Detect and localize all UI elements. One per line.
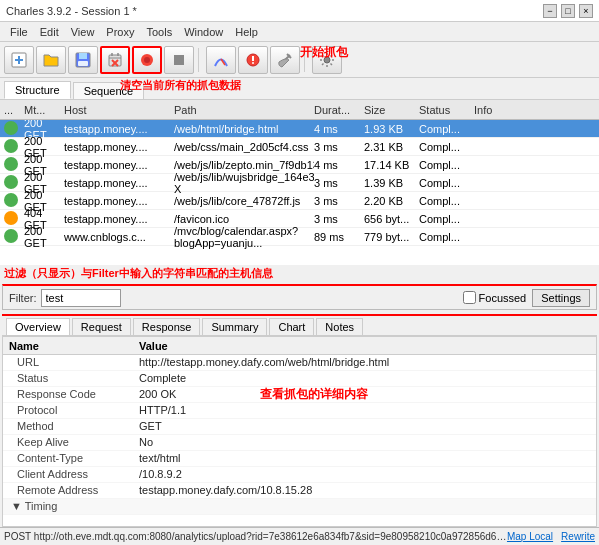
details-row-status: Status Complete bbox=[3, 371, 596, 387]
row-duration: 89 ms bbox=[314, 231, 364, 243]
new-session-button[interactable] bbox=[4, 46, 34, 74]
detail-key-method: Method bbox=[9, 420, 139, 432]
status-dot-200 bbox=[4, 175, 18, 189]
status-dot-200 bbox=[4, 157, 18, 171]
tab-request[interactable]: Request bbox=[72, 318, 131, 335]
row-host: www.cnblogs.c... bbox=[64, 231, 174, 243]
detail-val-response-code: 200 OK bbox=[139, 388, 590, 400]
open-button[interactable] bbox=[36, 46, 66, 74]
tab-notes[interactable]: Notes bbox=[316, 318, 363, 335]
clear-button[interactable] bbox=[100, 46, 130, 74]
save-button[interactable] bbox=[68, 46, 98, 74]
detail-key-protocol: Protocol bbox=[9, 404, 139, 416]
request-table: 200 GET testapp.money.... /web/html/brid… bbox=[0, 120, 599, 265]
row-duration: 3 ms bbox=[314, 213, 364, 225]
title-bar: Charles 3.9.2 - Session 1 * − □ × bbox=[0, 0, 599, 22]
row-status: Compl... bbox=[419, 231, 474, 243]
focussed-checkbox[interactable] bbox=[463, 291, 476, 304]
window-title: Charles 3.9.2 - Session 1 * bbox=[6, 5, 137, 17]
row-duration: 3 ms bbox=[314, 141, 364, 153]
details-row-client-address: Client Address /10.8.9.2 bbox=[3, 467, 596, 483]
status-dot-200 bbox=[4, 193, 18, 207]
row-duration: 3 ms bbox=[314, 195, 364, 207]
menu-help[interactable]: Help bbox=[229, 24, 264, 40]
detail-key-remote-address: Remote Address bbox=[9, 484, 139, 496]
row-path: /web/js/lib/zepto.min_7f9db13.js bbox=[174, 159, 314, 171]
svg-point-13 bbox=[144, 57, 150, 63]
table-row[interactable]: 200 GET www.cnblogs.c... /mvc/blog/calen… bbox=[0, 228, 599, 246]
menu-view[interactable]: View bbox=[65, 24, 101, 40]
menu-window[interactable]: Window bbox=[178, 24, 229, 40]
map-local-link[interactable]: Map Local bbox=[507, 531, 553, 542]
tools-button[interactable] bbox=[270, 46, 300, 74]
detail-key-status: Status bbox=[9, 372, 139, 384]
detail-val-method: GET bbox=[139, 420, 590, 432]
row-path: /web/html/bridge.html bbox=[174, 123, 314, 135]
rewrite-link[interactable]: Rewrite bbox=[561, 531, 595, 542]
menu-edit[interactable]: Edit bbox=[34, 24, 65, 40]
menu-file[interactable]: File bbox=[4, 24, 34, 40]
row-host: testapp.money.... bbox=[64, 195, 174, 207]
minimize-button[interactable]: − bbox=[543, 4, 557, 18]
tab-response[interactable]: Response bbox=[133, 318, 201, 335]
detail-val-status: Complete bbox=[139, 372, 590, 384]
col-header-dots: ... bbox=[4, 104, 24, 116]
table-row[interactable]: 200 GET testapp.money.... /web/js/lib/wu… bbox=[0, 174, 599, 192]
col-header-path: Path bbox=[174, 104, 314, 116]
maximize-button[interactable]: □ bbox=[561, 4, 575, 18]
top-tab-bar: Structure Sequence bbox=[0, 78, 599, 100]
details-col-name-header: Name bbox=[9, 340, 139, 352]
detail-key-keepalive: Keep Alive bbox=[9, 436, 139, 448]
settings-button[interactable] bbox=[312, 46, 342, 74]
status-right: Map Local Rewrite bbox=[507, 531, 595, 542]
table-row[interactable]: 200 GET testapp.money.... /web/js/lib/co… bbox=[0, 192, 599, 210]
stop-button[interactable] bbox=[164, 46, 194, 74]
tab-chart[interactable]: Chart bbox=[269, 318, 314, 335]
row-status: Compl... bbox=[419, 195, 474, 207]
table-row[interactable]: 200 GET testapp.money.... /web/html/brid… bbox=[0, 120, 599, 138]
row-path: /mvc/blog/calendar.aspx?blogApp=yuanju..… bbox=[174, 225, 314, 249]
row-path: /web/css/main_2d05cf4.css bbox=[174, 141, 314, 153]
row-size: 2.20 KB bbox=[364, 195, 419, 207]
filter-input[interactable] bbox=[41, 289, 121, 307]
tab-sequence[interactable]: Sequence bbox=[73, 82, 145, 99]
filter-bar: Filter: Focussed Settings bbox=[2, 284, 597, 310]
svg-rect-4 bbox=[79, 53, 87, 59]
annotation-filter-hint: 过滤（只显示）与Filter中输入的字符串匹配的主机信息 bbox=[0, 265, 599, 282]
toolbar: 开始抓包 清空当前所有的抓包数据 bbox=[0, 42, 599, 78]
filter-label: Filter: bbox=[9, 292, 37, 304]
col-header-host: Host bbox=[64, 104, 174, 116]
svg-point-18 bbox=[252, 62, 254, 64]
close-button[interactable]: × bbox=[579, 4, 593, 18]
svg-line-26 bbox=[331, 55, 333, 57]
throttle-button[interactable] bbox=[206, 46, 236, 74]
details-col-val-header: Value bbox=[139, 340, 590, 352]
svg-rect-14 bbox=[174, 55, 184, 65]
breakpoint-button[interactable] bbox=[238, 46, 268, 74]
svg-line-27 bbox=[322, 63, 324, 65]
svg-line-24 bbox=[322, 55, 324, 57]
status-dot-200 bbox=[4, 229, 18, 243]
row-status: Compl... bbox=[419, 159, 474, 171]
menu-tools[interactable]: Tools bbox=[140, 24, 178, 40]
row-path: /web/js/lib/wujsbridge_164e38b.js?X bbox=[174, 171, 314, 195]
table-header: ... Mt... Host Path Durat... Size Status… bbox=[0, 100, 599, 120]
tab-structure[interactable]: Structure bbox=[4, 81, 71, 99]
detail-key-url: URL bbox=[9, 356, 139, 368]
row-status: Compl... bbox=[419, 177, 474, 189]
table-row[interactable]: 200 GET testapp.money.... /web/css/main_… bbox=[0, 138, 599, 156]
tab-overview[interactable]: Overview bbox=[6, 318, 70, 335]
details-row-remote-address: Remote Address testapp.money.dafy.com/10… bbox=[3, 483, 596, 499]
svg-point-19 bbox=[324, 57, 330, 63]
record-button[interactable] bbox=[132, 46, 162, 74]
settings-btn[interactable]: Settings bbox=[532, 289, 590, 307]
row-size: 656 byt... bbox=[364, 213, 419, 225]
col-header-size: Size bbox=[364, 104, 419, 116]
menu-proxy[interactable]: Proxy bbox=[100, 24, 140, 40]
col-header-status: Status bbox=[419, 104, 474, 116]
status-dot-404 bbox=[4, 211, 18, 225]
row-duration: 4 ms bbox=[314, 123, 364, 135]
detail-val-remote-address: testapp.money.dafy.com/10.8.15.28 bbox=[139, 484, 590, 496]
tab-summary[interactable]: Summary bbox=[202, 318, 267, 335]
row-status: Compl... bbox=[419, 213, 474, 225]
